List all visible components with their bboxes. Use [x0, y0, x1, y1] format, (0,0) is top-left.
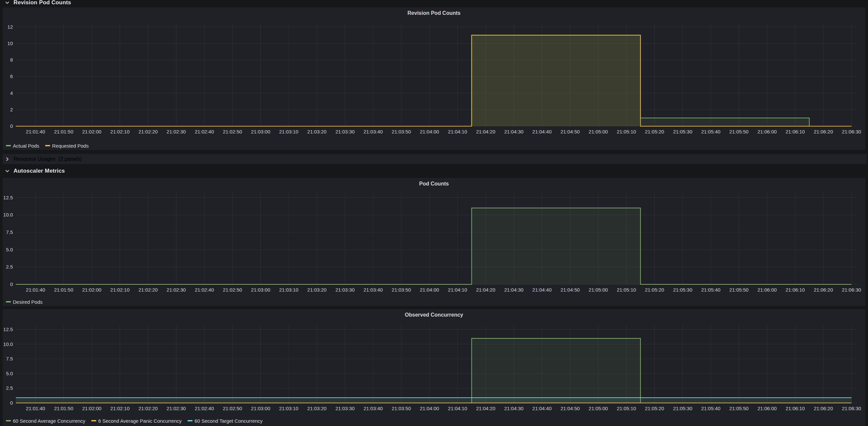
panel-title[interactable]: Pod Counts: [3, 178, 865, 190]
svg-text:21:05:40: 21:05:40: [701, 129, 720, 134]
panel-title[interactable]: Observed Concurrency: [3, 309, 865, 321]
svg-text:21:04:00: 21:04:00: [420, 129, 439, 134]
svg-text:21:06:00: 21:06:00: [757, 129, 777, 134]
svg-text:10.0: 10.0: [3, 341, 13, 347]
legend-label: Actual Pods: [13, 143, 39, 149]
svg-text:21:04:30: 21:04:30: [504, 405, 524, 411]
svg-text:21:05:00: 21:05:00: [589, 287, 608, 293]
svg-text:21:03:20: 21:03:20: [307, 287, 327, 293]
svg-text:21:05:00: 21:05:00: [589, 129, 608, 134]
svg-text:21:02:00: 21:02:00: [82, 287, 101, 293]
legend: 60 Second Average Concurrency 6 Second A…: [3, 417, 865, 425]
svg-text:21:03:40: 21:03:40: [364, 405, 383, 411]
time-series-chart-revision-pod-counts[interactable]: 02468101221:01:4021:01:5021:02:0021:02:1…: [3, 19, 865, 141]
svg-text:21:05:30: 21:05:30: [673, 129, 692, 134]
svg-text:21:04:00: 21:04:00: [420, 405, 439, 411]
legend-item-requested-pods[interactable]: Requested Pods: [45, 143, 89, 149]
legend: Desired Pods: [3, 297, 865, 306]
svg-text:21:01:40: 21:01:40: [26, 405, 45, 411]
series-color-dash: [45, 145, 50, 146]
svg-text:21:03:30: 21:03:30: [335, 405, 354, 411]
legend-item-6s-average-panic-concurrency[interactable]: 6 Second Average Panic Concurrency: [91, 418, 182, 424]
chevron-right-icon: [4, 156, 10, 162]
svg-text:21:03:40: 21:03:40: [364, 129, 383, 134]
series-color-dash: [91, 420, 96, 421]
svg-text:21:02:10: 21:02:10: [111, 287, 129, 293]
svg-text:10.0: 10.0: [3, 212, 13, 218]
svg-text:21:04:40: 21:04:40: [532, 129, 552, 134]
legend-label: 60 Second Target Concurrency: [194, 418, 263, 424]
svg-text:21:01:50: 21:01:50: [54, 287, 73, 293]
svg-text:21:03:10: 21:03:10: [279, 405, 298, 411]
row-header-revision-pod-counts[interactable]: Revision Pod Counts: [3, 0, 71, 8]
panel-observed-concurrency: Observed Concurrency 02.55.07.510.012.52…: [3, 309, 865, 426]
svg-text:21:06:10: 21:06:10: [785, 129, 805, 134]
legend-label: 6 Second Average Panic Concurrency: [98, 418, 182, 424]
row-title: Resource Usages: [13, 156, 55, 162]
panel-pod-counts: Pod Counts 02.55.07.510.012.521:01:4021:…: [3, 178, 865, 306]
svg-text:21:02:10: 21:02:10: [111, 405, 129, 411]
svg-text:21:05:40: 21:05:40: [701, 405, 720, 411]
svg-text:21:03:50: 21:03:50: [392, 405, 411, 411]
time-series-chart-observed-concurrency[interactable]: 02.55.07.510.012.521:01:4021:01:5021:02:…: [3, 321, 865, 417]
svg-text:21:06:10: 21:06:10: [785, 287, 805, 293]
svg-text:21:02:50: 21:02:50: [223, 287, 242, 293]
svg-text:21:02:50: 21:02:50: [223, 129, 242, 134]
svg-text:5.0: 5.0: [6, 371, 13, 376]
row-header-resource-usages[interactable]: Resource Usages (2 panels): [3, 154, 867, 164]
legend-item-actual-pods[interactable]: Actual Pods: [6, 143, 39, 149]
svg-text:21:02:50: 21:02:50: [223, 405, 242, 411]
series-color-dash: [6, 145, 11, 146]
svg-text:8: 8: [10, 57, 13, 63]
svg-text:21:06:30: 21:06:30: [842, 405, 861, 411]
svg-text:21:06:20: 21:06:20: [814, 129, 833, 134]
series-color-dash: [6, 420, 11, 421]
svg-text:21:02:10: 21:02:10: [111, 129, 129, 134]
svg-text:21:05:10: 21:05:10: [617, 405, 636, 411]
svg-text:21:05:50: 21:05:50: [729, 129, 748, 134]
row-header-autoscaler-metrics[interactable]: Autoscaler Metrics: [3, 166, 65, 176]
svg-text:21:02:20: 21:02:20: [138, 287, 158, 293]
svg-text:21:06:30: 21:06:30: [842, 129, 861, 134]
legend-item-desired-pods[interactable]: Desired Pods: [6, 299, 42, 305]
svg-text:21:04:10: 21:04:10: [448, 129, 467, 134]
svg-text:21:05:20: 21:05:20: [645, 405, 664, 411]
svg-text:21:03:30: 21:03:30: [335, 287, 354, 293]
svg-text:2.5: 2.5: [6, 264, 13, 269]
svg-text:21:02:40: 21:02:40: [195, 405, 214, 411]
panel-title[interactable]: Revision Pod Counts: [3, 7, 865, 19]
legend-item-60s-target-concurrency[interactable]: 60 Second Target Concurrency: [188, 418, 263, 424]
svg-text:21:04:10: 21:04:10: [448, 287, 467, 293]
svg-text:21:02:00: 21:02:00: [82, 405, 101, 411]
svg-text:2: 2: [10, 107, 13, 112]
svg-text:21:06:10: 21:06:10: [785, 405, 805, 411]
svg-text:21:03:20: 21:03:20: [307, 129, 327, 134]
svg-text:21:04:50: 21:04:50: [560, 129, 580, 134]
svg-text:21:01:50: 21:01:50: [54, 129, 73, 134]
svg-text:21:04:50: 21:04:50: [560, 405, 580, 411]
svg-text:12.5: 12.5: [3, 195, 13, 200]
svg-text:0: 0: [10, 400, 13, 405]
svg-text:21:03:00: 21:03:00: [251, 129, 270, 134]
svg-text:2.5: 2.5: [6, 385, 13, 391]
legend-item-60s-average-concurrency[interactable]: 60 Second Average Concurrency: [6, 418, 85, 424]
svg-text:21:02:20: 21:02:20: [138, 129, 158, 134]
time-series-chart-pod-counts[interactable]: 02.55.07.510.012.521:01:4021:01:5021:02:…: [3, 190, 865, 297]
svg-text:6: 6: [10, 73, 13, 79]
svg-text:21:02:30: 21:02:30: [166, 129, 186, 134]
svg-text:21:03:10: 21:03:10: [279, 129, 298, 134]
series-color-dash: [6, 301, 11, 302]
svg-text:21:05:00: 21:05:00: [589, 405, 608, 411]
svg-text:0: 0: [10, 123, 13, 129]
row-title: Autoscaler Metrics: [13, 168, 65, 174]
series-color-dash: [188, 420, 192, 421]
legend-label: Desired Pods: [13, 299, 42, 305]
svg-text:21:04:20: 21:04:20: [476, 129, 495, 134]
svg-text:21:06:00: 21:06:00: [757, 287, 777, 293]
svg-text:21:05:10: 21:05:10: [617, 129, 636, 134]
svg-text:21:04:40: 21:04:40: [532, 287, 552, 293]
svg-text:21:04:20: 21:04:20: [476, 287, 495, 293]
svg-text:21:03:10: 21:03:10: [279, 287, 298, 293]
svg-text:21:05:50: 21:05:50: [729, 405, 748, 411]
svg-text:21:06:30: 21:06:30: [842, 287, 861, 293]
